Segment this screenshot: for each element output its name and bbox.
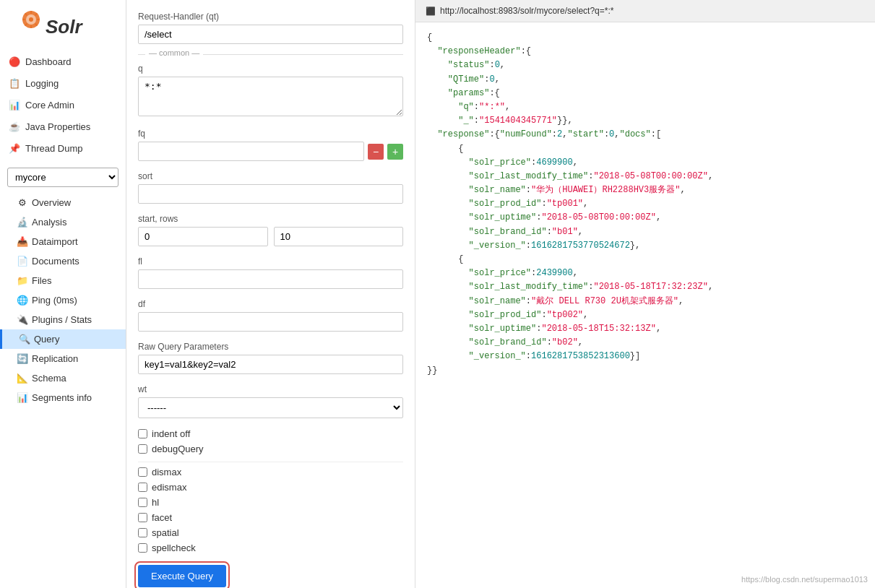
raw-query-input[interactable] — [138, 355, 403, 374]
df-input[interactable] — [138, 312, 403, 332]
fq-add-button[interactable]: + — [387, 144, 403, 160]
schema-icon: 📐 — [17, 373, 27, 384]
sidebar-item-files[interactable]: 📁 Files — [0, 271, 126, 290]
sidebar-item-overview[interactable]: ⚙ Overview — [0, 193, 126, 212]
sidebar-item-analysis[interactable]: 🔬 Analysis — [0, 212, 126, 232]
result-url: http://localhost:8983/solr/mycore/select… — [440, 6, 613, 16]
fq-label: fq — [138, 129, 403, 139]
indent-off-checkbox[interactable] — [138, 429, 147, 438]
facet-group: facet — [138, 512, 403, 523]
sidebar-item-plugins-stats[interactable]: 🔌 Plugins / Stats — [0, 310, 126, 329]
logging-icon: 📋 — [9, 77, 20, 89]
fq-group: fq − + — [138, 129, 403, 161]
q-label: q — [138, 64, 403, 74]
hl-label[interactable]: hl — [152, 497, 159, 508]
spellcheck-checkbox[interactable] — [138, 543, 147, 553]
hl-group: hl — [138, 497, 403, 508]
rows-input[interactable] — [274, 227, 404, 246]
sidebar-item-thread-dump-label: Thread Dump — [25, 143, 82, 154]
indent-off-label[interactable]: indent off — [152, 428, 190, 439]
sort-group: sort — [138, 171, 403, 204]
sidebar-item-segments-info[interactable]: 📊 Segments info — [0, 388, 126, 407]
indent-off-group: indent off — [138, 428, 403, 439]
sidebar-item-java-properties[interactable]: ☕ Java Properties — [0, 116, 126, 137]
sidebar-item-thread-dump[interactable]: 📌 Thread Dump — [0, 137, 126, 159]
result-content: { "responseHeader":{ "status":0, "QTime"… — [415, 22, 875, 588]
result-url-bar: ⬛ http://localhost:8983/solr/mycore/sele… — [415, 0, 875, 22]
documents-icon: 📄 — [17, 256, 27, 267]
hl-checkbox[interactable] — [138, 498, 147, 507]
sidebar-item-plugins-stats-label: Plugins / Stats — [32, 314, 92, 325]
spatial-label[interactable]: spatial — [152, 527, 179, 538]
sidebar-item-logging[interactable]: 📋 Logging — [0, 72, 126, 94]
debug-query-checkbox[interactable] — [138, 444, 147, 454]
sidebar-item-ping-label: Ping (0ms) — [32, 295, 77, 306]
sidebar-item-files-label: Files — [32, 275, 51, 286]
spatial-checkbox[interactable] — [138, 528, 147, 537]
sidebar-item-core-admin-label: Core Admin — [25, 100, 74, 111]
sidebar-item-java-properties-label: Java Properties — [25, 121, 90, 132]
overview-icon: ⚙ — [17, 198, 27, 208]
java-properties-icon: ☕ — [9, 121, 20, 132]
core-admin-icon: 📊 — [9, 99, 20, 111]
sidebar-item-query[interactable]: 🔍 Query — [0, 329, 126, 349]
sidebar-item-replication[interactable]: 🔄 Replication — [0, 349, 126, 368]
logo-text: Solr — [46, 16, 82, 38]
debug-query-group: debugQuery — [138, 444, 403, 454]
spellcheck-group: spellcheck — [138, 542, 403, 553]
query-icon: 🔍 — [20, 334, 30, 345]
fq-remove-button[interactable]: − — [368, 144, 384, 160]
facet-label[interactable]: facet — [152, 512, 172, 523]
df-label: df — [138, 299, 403, 309]
sidebar-item-documents[interactable]: 📄 Documents — [0, 251, 126, 271]
dismax-group: dismax — [138, 467, 403, 477]
sidebar-item-replication-label: Replication — [32, 353, 78, 364]
edismax-checkbox[interactable] — [138, 483, 147, 492]
edismax-label[interactable]: edismax — [152, 482, 186, 493]
fl-input[interactable] — [138, 269, 403, 289]
sidebar-item-query-label: Query — [34, 334, 59, 345]
sidebar-item-ping[interactable]: 🌐 Ping (0ms) — [0, 290, 126, 310]
dashboard-icon: 🔴 — [9, 56, 20, 67]
sidebar-item-logging-label: Logging — [25, 78, 59, 89]
result-panel: ⬛ http://localhost:8983/solr/mycore/sele… — [415, 0, 875, 588]
facet-checkbox[interactable] — [138, 513, 147, 522]
dismax-checkbox[interactable] — [138, 467, 147, 477]
sidebar-item-core-admin[interactable]: 📊 Core Admin — [0, 94, 126, 116]
sidebar-item-overview-label: Overview — [32, 197, 71, 208]
start-rows-group: start, rows — [138, 214, 403, 246]
common-section-label: — common — — [145, 48, 203, 57]
spellcheck-label[interactable]: spellcheck — [152, 542, 196, 553]
debug-query-label[interactable]: debugQuery — [152, 444, 204, 454]
q-group: q *:* — [138, 64, 403, 118]
q-input[interactable]: *:* — [138, 77, 403, 116]
files-icon: 📁 — [17, 276, 27, 286]
core-selector[interactable]: mycore — [7, 168, 118, 187]
edismax-group: edismax — [138, 482, 403, 493]
sidebar-item-dataimport[interactable]: 📥 Dataimport — [0, 232, 126, 251]
sidebar-item-documents-label: Documents — [32, 256, 79, 267]
sidebar-item-schema-label: Schema — [32, 373, 66, 384]
df-group: df — [138, 299, 403, 332]
svg-point-2 — [29, 17, 33, 22]
raw-query-group: Raw Query Parameters — [138, 342, 403, 374]
replication-icon: 🔄 — [17, 354, 27, 364]
ping-icon: 🌐 — [17, 295, 27, 306]
core-nav: ⚙ Overview 🔬 Analysis 📥 Dataimport 📄 Doc… — [0, 193, 126, 407]
sidebar-item-dashboard[interactable]: 🔴 Dashboard — [0, 51, 126, 72]
fl-group: fl — [138, 256, 403, 289]
fq-input[interactable] — [138, 142, 364, 161]
global-nav: 🔴 Dashboard 📋 Logging 📊 Core Admin ☕ Jav… — [0, 51, 126, 159]
execute-query-button[interactable]: Execute Query — [138, 565, 226, 587]
wt-select[interactable]: ------ json xml csv python ruby php phps… — [138, 397, 403, 418]
sidebar-item-segments-info-label: Segments info — [32, 392, 92, 403]
watermark: https://blog.csdn.net/supermao1013 — [741, 575, 868, 584]
sidebar-item-dataimport-label: Dataimport — [32, 236, 78, 247]
start-input[interactable] — [138, 227, 268, 246]
sort-input[interactable] — [138, 184, 403, 204]
dismax-label[interactable]: dismax — [152, 467, 181, 477]
request-handler-input[interactable] — [138, 25, 403, 44]
request-handler-label: Request-Handler (qt) — [138, 12, 403, 22]
solr-logo-icon — [11, 11, 40, 43]
sidebar-item-schema[interactable]: 📐 Schema — [0, 368, 126, 388]
